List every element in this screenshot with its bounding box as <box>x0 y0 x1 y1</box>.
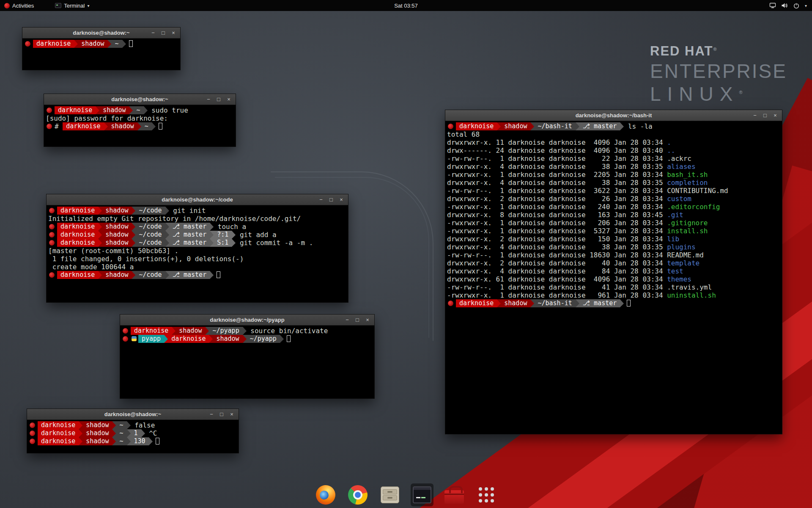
terminal-window-bash-it[interactable]: darknoise@shadow:~/bash-it −□× darknoise… <box>445 110 782 434</box>
terminal-text: git add a <box>236 231 276 239</box>
redhat-icon <box>448 301 453 306</box>
powerline-arrow <box>530 299 534 307</box>
window-titlebar[interactable]: darknoise@shadow:~/pyapp −□× <box>120 315 374 326</box>
dock-toolbox-icon[interactable] <box>443 483 466 506</box>
clock-container: Sat 03:57 <box>0 3 812 9</box>
prompt-segment: ?:1 <box>214 231 232 239</box>
minimize-button[interactable]: − <box>342 315 352 326</box>
window-titlebar[interactable]: darknoise@shadow:~/bash-it −□× <box>445 110 782 121</box>
terminal-text: template <box>667 259 700 267</box>
terminal-content[interactable]: darknoiseshadow~ falsedarknoiseshadow~1 … <box>27 420 239 447</box>
prompt-segment: shadow <box>102 231 132 239</box>
redhat-icon <box>30 439 35 444</box>
terminal-line: -rwxrwxr-x. 1 darknoise darknoise 206 Ja… <box>447 219 780 227</box>
terminal-text: -rwxrwxr-x. 1 darknoise darknoise 2205 J… <box>447 171 667 179</box>
terminal-text: sudo true <box>148 106 188 114</box>
terminal-text: drwxrwxr-x. 11 darknoise darknoise 4096 … <box>447 138 667 146</box>
prompt-segment: shadow <box>102 271 132 279</box>
terminal-content[interactable]: darknoiseshadow~ <box>22 39 180 49</box>
minimize-button[interactable]: − <box>206 409 217 420</box>
activities-button[interactable]: Activities <box>0 0 38 11</box>
maximize-button[interactable]: □ <box>158 28 168 39</box>
powerline-arrow <box>127 437 131 445</box>
window-titlebar[interactable]: darknoise@shadow:~ −□× <box>44 94 236 105</box>
prompt-segment: 1 <box>131 429 141 437</box>
prompt-segment: shadow <box>82 421 112 429</box>
system-tray[interactable]: ▾ <box>769 3 812 9</box>
maximize-button[interactable]: □ <box>760 110 770 121</box>
terminal-window-code[interactable]: darknoise@shadow:~/code −□× darknoisesha… <box>47 194 348 302</box>
prompt-segment: ⎇ master <box>579 122 620 130</box>
brand-redhat: RED HAT® <box>650 44 787 59</box>
terminal-line: Initialized empty Git repository in /hom… <box>48 215 346 223</box>
powerline-arrow <box>149 437 153 445</box>
maximize-button[interactable]: □ <box>217 409 227 420</box>
terminal-line: drwxrwxr-x. 2 darknoise darknoise 150 Ja… <box>447 235 780 243</box>
close-button[interactable]: × <box>168 28 178 39</box>
terminal-text: plugins <box>667 243 695 251</box>
terminal-text: drwxrwxr-x. 4 darknoise darknoise 84 Jan… <box>447 267 667 275</box>
terminal-text: -rwxrwxr-x. 1 darknoise darknoise 961 Ja… <box>447 291 667 299</box>
window-titlebar[interactable]: darknoise@shadow:~ −□× <box>22 28 180 39</box>
prompt-segment: darknoise <box>63 122 104 130</box>
prompt-segment: ~/code <box>135 207 165 215</box>
terminal-text: drwxrwxr-x. 61 darknoise darknoise 4096 … <box>447 275 667 283</box>
power-icon[interactable] <box>793 3 800 9</box>
prompt-segment: shadow <box>176 327 205 335</box>
terminal-window-home-1[interactable]: darknoise@shadow:~ −□× darknoiseshadow~ <box>22 28 180 70</box>
volume-icon[interactable] <box>781 3 788 8</box>
powerline-arrow <box>210 239 214 247</box>
app-menu-terminal[interactable]: Terminal ▾ <box>51 0 93 11</box>
window-titlebar[interactable]: darknoise@shadow:~ −□× <box>27 409 239 420</box>
terminal-content[interactable]: darknoiseshadow~ sudo true[sudo] passwor… <box>44 105 236 132</box>
close-button[interactable]: × <box>336 194 346 205</box>
prompt-segment: darknoise <box>57 223 98 231</box>
terminal-text: drwx------. 24 darknoise darknoise 4096 … <box>447 146 667 155</box>
window-title: darknoise@shadow:~/code <box>47 196 348 203</box>
minimize-button[interactable]: − <box>750 110 760 121</box>
chevron-down-icon[interactable]: ▾ <box>805 3 807 8</box>
terminal-window-pyapp[interactable]: darknoise@shadow:~/pyapp −□× darknoisesh… <box>120 315 374 398</box>
dock-app-grid-icon[interactable] <box>475 483 498 506</box>
minimize-button[interactable]: − <box>203 94 214 105</box>
redhat-icon <box>49 224 55 229</box>
prompt-segment: ~/code <box>135 239 165 247</box>
powerline-arrow <box>243 327 247 335</box>
maximize-button[interactable]: □ <box>352 315 362 326</box>
terminal-text: CONTRIBUTING.md <box>667 187 728 195</box>
window-titlebar[interactable]: darknoise@shadow:~/code −□× <box>47 194 348 205</box>
drawer-shape <box>383 495 397 500</box>
prompt-segment: ~ <box>111 40 122 48</box>
terminal-window-sudo[interactable]: darknoise@shadow:~ −□× darknoiseshadow~ … <box>44 94 236 146</box>
maximize-button[interactable]: □ <box>326 194 336 205</box>
dock-terminal-icon[interactable] <box>411 483 433 506</box>
powerline-arrow <box>620 299 624 307</box>
terminal-content[interactable]: darknoiseshadow~/code git initInitialize… <box>47 205 348 280</box>
powerline-arrow <box>530 122 534 130</box>
minimize-button[interactable]: − <box>316 194 326 205</box>
terminal-line: drwxrwxr-x. 8 darknoise darknoise 163 Ja… <box>447 211 780 219</box>
close-button[interactable]: × <box>224 94 234 105</box>
display-icon[interactable] <box>769 3 776 8</box>
powerline-arrow <box>620 122 624 130</box>
terminal-text: # <box>55 122 63 130</box>
terminal-text: bash_it.sh <box>667 171 708 179</box>
maximize-button[interactable]: □ <box>214 94 224 105</box>
minimize-button[interactable]: − <box>148 28 158 39</box>
dock-firefox-icon[interactable] <box>314 483 337 506</box>
close-button[interactable]: × <box>227 409 237 420</box>
powerline-arrow <box>127 421 131 429</box>
terminal-text: themes <box>667 275 691 283</box>
dock-chrome-icon[interactable] <box>346 483 369 506</box>
terminal-text: completion <box>667 179 708 187</box>
terminal-window-home-2[interactable]: darknoise@shadow:~ −□× darknoiseshadow~ … <box>27 409 239 453</box>
prompt-segment: pyapp <box>138 335 164 343</box>
clock[interactable]: Sat 03:57 <box>394 3 418 9</box>
terminal-text: install.sh <box>667 227 708 235</box>
window-controls: −□× <box>203 94 236 105</box>
close-button[interactable]: × <box>362 315 373 326</box>
terminal-content[interactable]: darknoiseshadow~/bash-it⎇ master ls -lat… <box>445 121 782 309</box>
dock-files-icon[interactable] <box>379 483 401 506</box>
close-button[interactable]: × <box>770 110 780 121</box>
terminal-content[interactable]: darknoiseshadow~/pyapp source bin/activa… <box>120 326 374 344</box>
